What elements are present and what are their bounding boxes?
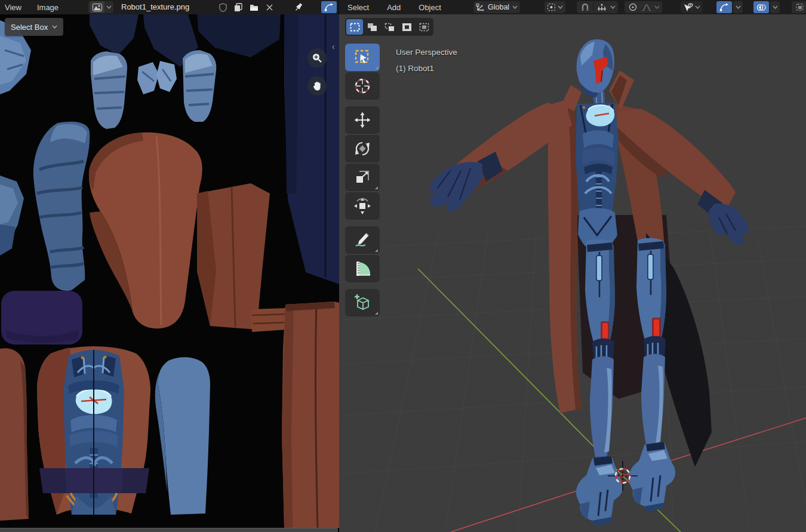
viewport-canvas[interactable] [339, 14, 806, 532]
tool-select-box[interactable] [345, 44, 380, 71]
tool-move[interactable] [345, 106, 380, 134]
overlays-icon[interactable] [753, 1, 769, 13]
chevron-down-icon[interactable] [106, 5, 112, 9]
uv-editor-bottom-edge [0, 528, 338, 532]
viewport-3d[interactable]: User Perspective (1) Robot1 [339, 14, 806, 532]
uv-texture-canvas[interactable] [0, 14, 339, 528]
proportional-circle-icon[interactable] [627, 1, 639, 13]
select-mode-group [345, 18, 433, 36]
tool-settings-bar [339, 14, 806, 36]
zoom-in-icon[interactable] [307, 48, 327, 67]
chevron-down-icon [512, 5, 518, 9]
chevron-down-icon [558, 5, 563, 9]
gizmos-icon[interactable] [321, 1, 337, 13]
uv-brown-strip [282, 302, 339, 528]
image-name-field[interactable]: Robot1_texture.png [121, 2, 189, 11]
tool-transform[interactable] [345, 192, 380, 220]
menu-select[interactable]: Select [345, 3, 371, 12]
menu-add[interactable]: Add [384, 3, 403, 12]
tool-measure[interactable] [345, 255, 380, 282]
chevron-down-icon[interactable] [654, 5, 660, 9]
pivot-point-dropdown[interactable] [544, 1, 565, 13]
uv-active-tool-dropdown[interactable]: Select Box [5, 18, 63, 36]
falloff-curve-icon[interactable] [641, 1, 653, 13]
pan-hand-icon[interactable] [307, 76, 327, 96]
blender-window: View Image Robot1_texture.png [0, 0, 806, 532]
menu-object[interactable]: Object [416, 3, 444, 12]
select-mode-intersect[interactable] [416, 19, 432, 35]
sidebar-collapse-chevron[interactable]: ‹ [332, 42, 335, 51]
viewport-overlay-text: User Perspective (1) Robot1 [396, 44, 457, 76]
snap-increment-icon[interactable] [595, 1, 608, 13]
tool-add-cube[interactable] [345, 289, 380, 316]
select-mode-set[interactable] [346, 19, 363, 35]
chevron-down-icon [52, 25, 57, 29]
shield-fake-user-icon[interactable] [216, 1, 229, 13]
orientation-axes-icon [476, 3, 485, 11]
tool-annotate[interactable] [345, 226, 380, 254]
select-mode-subtract[interactable] [381, 19, 398, 35]
unlink-x-icon[interactable] [263, 1, 276, 13]
tool-cursor[interactable] [345, 72, 380, 100]
pin-icon[interactable] [291, 1, 306, 13]
overlays-toggle-group [753, 1, 780, 13]
menu-image[interactable]: Image [35, 3, 61, 12]
pivot-point-icon [547, 3, 556, 11]
chevron-down-icon[interactable] [610, 5, 616, 9]
uv-active-tool-label: Select Box [11, 23, 48, 32]
tool-rotate[interactable] [345, 135, 380, 162]
magnet-snap-icon[interactable] [579, 1, 591, 13]
proportional-group [625, 1, 662, 13]
select-mode-extend[interactable] [364, 19, 380, 35]
chevron-down-icon[interactable] [770, 1, 780, 13]
object-visibility-icon [683, 3, 693, 12]
perspective-label: User Perspective [396, 44, 457, 60]
active-object-label: (1) Robot1 [396, 60, 457, 76]
new-image-icon[interactable] [232, 1, 245, 13]
gizmos-icon[interactable] [716, 1, 732, 13]
uv-torso-mech [37, 346, 150, 515]
viewport-header: Select Add Object Global [339, 0, 806, 14]
select-mode-invert[interactable] [398, 19, 415, 35]
tool-scale[interactable] [345, 164, 380, 191]
uv-image-editor[interactable]: Select Box ‹ [0, 14, 339, 528]
viewport-toolbar [345, 44, 380, 318]
uv-editor-header: View Image Robot1_texture.png [0, 0, 339, 14]
menu-view[interactable]: View [2, 3, 24, 12]
snap-group [577, 1, 618, 13]
gizmos-toggle-group [716, 1, 743, 13]
orientation-label: Global [487, 3, 510, 11]
orientation-dropdown[interactable]: Global [473, 1, 520, 13]
chevron-down-icon [695, 5, 700, 9]
browse-image-icon[interactable] [90, 1, 104, 13]
chevron-down-icon[interactable] [733, 1, 743, 13]
xray-icon[interactable] [792, 1, 806, 13]
open-folder-icon[interactable] [247, 1, 260, 13]
object-visibility-dropdown[interactable] [681, 1, 703, 13]
